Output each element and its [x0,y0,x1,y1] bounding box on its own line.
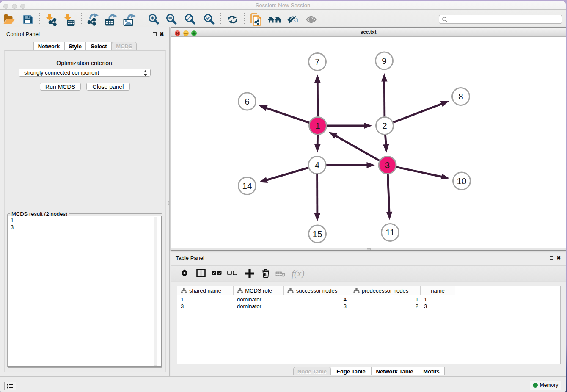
svg-text:2: 2 [382,121,387,130]
svg-text:10: 10 [457,176,467,186]
svg-text:4: 4 [315,160,319,170]
svg-text:11: 11 [385,227,394,237]
svg-text:7: 7 [315,57,319,66]
svg-text:3: 3 [385,160,390,170]
svg-text:14: 14 [242,181,252,190]
svg-text:6: 6 [245,97,249,106]
svg-text:9: 9 [382,56,386,66]
svg-text:1: 1 [315,121,320,130]
svg-text:15: 15 [313,229,322,239]
svg-text:8: 8 [458,91,463,101]
